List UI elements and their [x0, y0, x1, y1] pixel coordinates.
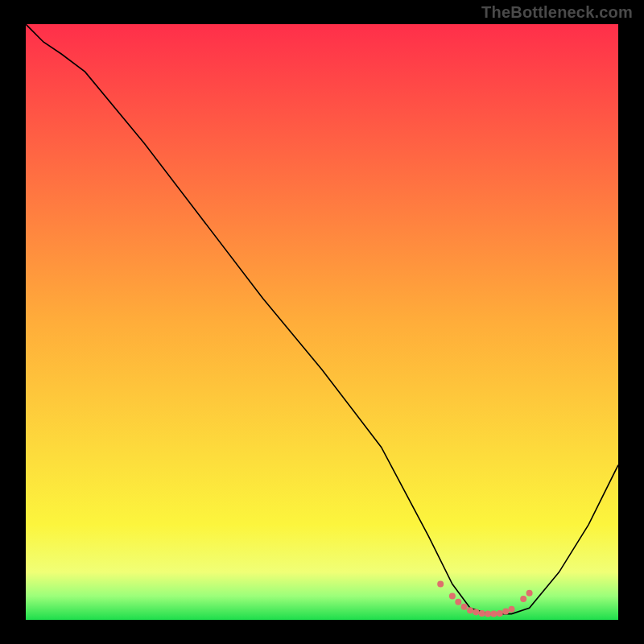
optimal-dot [473, 609, 479, 615]
optimal-dot [520, 596, 526, 602]
optimal-dot [461, 604, 468, 610]
watermark-text: TheBottleneck.com [481, 3, 633, 22]
optimal-dot [479, 610, 485, 617]
optimal-dot [485, 611, 491, 617]
optimal-dot [497, 610, 503, 617]
chart-svg [26, 24, 618, 620]
optimal-dot [437, 581, 444, 588]
optimal-dot [449, 592, 456, 599]
optimal-dot [509, 606, 515, 613]
chart-frame: TheBottleneck.com [0, 0, 644, 644]
optimal-dot [526, 590, 533, 597]
gradient-bg [26, 24, 618, 620]
optimal-dot [467, 607, 473, 613]
optimal-dot [502, 609, 509, 615]
optimal-dot [455, 599, 461, 605]
optimal-dot [490, 611, 497, 617]
plot-area [26, 24, 618, 620]
